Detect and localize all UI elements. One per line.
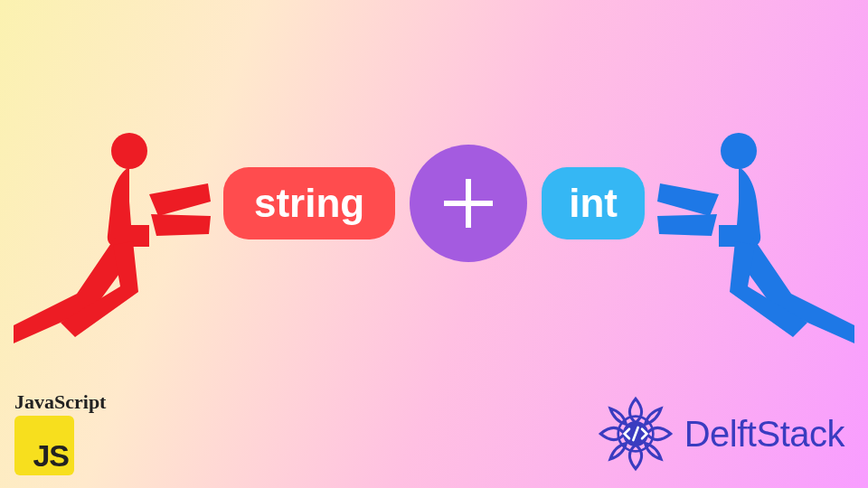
pushing-figure-left — [14, 131, 217, 343]
javascript-label: JavaScript — [14, 390, 106, 414]
plus-operator — [410, 145, 527, 262]
pushing-figure-right — [651, 131, 854, 343]
javascript-logo-icon: JS — [14, 416, 74, 475]
int-pill: int — [542, 167, 645, 239]
svg-point-0 — [111, 133, 147, 169]
javascript-badge: JavaScript JS — [14, 390, 106, 475]
delftstack-brand: DelftStack — [596, 394, 844, 474]
delftstack-mandala-icon — [596, 394, 675, 474]
concat-expression: string int — [223, 145, 645, 262]
javascript-logo-text: JS — [33, 438, 69, 474]
string-pill: string — [223, 167, 395, 239]
delftstack-text: DelftStack — [684, 414, 844, 455]
svg-point-1 — [721, 133, 757, 169]
